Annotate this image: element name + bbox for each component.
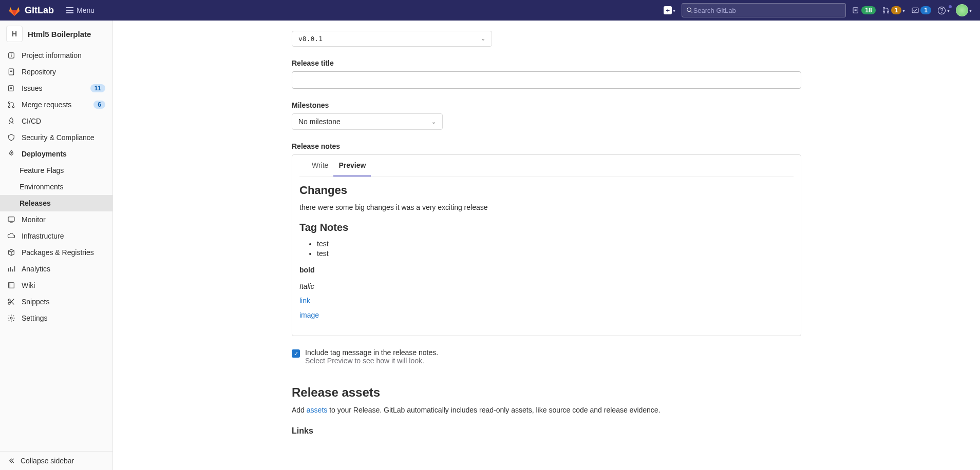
sidebar-label: Infrastructure [22, 232, 64, 240]
milestones-label: Milestones [292, 101, 801, 109]
sidebar-item-packages[interactable]: Packages & Registries [0, 244, 112, 261]
preview-changes-text: there were some big changes it was a ver… [299, 203, 794, 211]
repo-icon [7, 68, 15, 76]
tag-value: v8.0.1 [298, 35, 323, 43]
sidebar-label: Issues [22, 84, 42, 92]
todo-icon [911, 6, 919, 14]
chevron-left-icon [7, 457, 15, 465]
tab-write[interactable]: Write [307, 155, 333, 176]
milestones-dropdown[interactable]: No milestone ⌄ [292, 113, 443, 130]
mr-badge: 1 [891, 6, 902, 14]
svg-point-22 [12, 106, 14, 107]
release-notes-label: Release notes [292, 142, 801, 150]
sidebar-item-wiki[interactable]: Wiki [0, 277, 112, 293]
search-box[interactable] [682, 3, 846, 17]
collapse-sidebar-button[interactable]: Collapse sidebar [0, 452, 112, 470]
preview-link[interactable]: link [299, 297, 794, 305]
chevron-down-icon: ⌄ [431, 119, 436, 125]
todo-badge: 1 [920, 6, 931, 14]
sidebar-label: Feature Flags [20, 166, 64, 174]
nav-merge-requests[interactable]: 1 ▾ [882, 6, 906, 14]
menu-button[interactable]: Menu [66, 6, 95, 14]
sidebar-label: Releases [20, 199, 51, 207]
svg-point-31 [8, 299, 10, 301]
svg-rect-2 [853, 8, 858, 13]
create-new-button[interactable]: + ▾ [664, 6, 675, 14]
svg-line-1 [691, 11, 692, 13]
preview-italic: Italic [299, 282, 794, 290]
sidebar-item-issues[interactable]: Issues 11 [0, 80, 112, 96]
preview-content: Changes there were some big changes it w… [292, 177, 801, 336]
project-name: Html5 Boilerplate [28, 30, 91, 38]
milestones-value: No milestone [298, 118, 341, 126]
chart-icon [7, 265, 15, 273]
nav-todos[interactable]: 1 [911, 6, 931, 14]
svg-point-10 [941, 12, 942, 13]
preview-bold: bold [299, 266, 794, 274]
issues-icon [852, 6, 860, 14]
sidebar-item-environments[interactable]: Environments [0, 179, 112, 195]
project-avatar: H [6, 26, 23, 42]
svg-point-5 [883, 7, 884, 9]
nav-issues[interactable]: 18 [852, 6, 875, 14]
preview-list-item: test [317, 240, 794, 248]
search-input[interactable] [693, 7, 842, 14]
svg-point-21 [8, 106, 10, 107]
assets-link[interactable]: assets [307, 406, 327, 414]
sidebar-label: Wiki [22, 281, 35, 289]
links-heading: Links [292, 426, 801, 436]
sidebar-item-monitor[interactable]: Monitor [0, 211, 112, 228]
sidebar-item-infrastructure[interactable]: Infrastructure [0, 228, 112, 244]
svg-point-7 [887, 11, 889, 13]
sidebar-label: CI/CD [22, 117, 41, 125]
release-notes-editor: Write Preview Changes there were some bi… [292, 154, 801, 336]
sidebar: H Html5 Boilerplate Project information … [0, 21, 113, 470]
checkbox-help: Select Preview to see how it will look. [305, 357, 438, 365]
sidebar-label: Environments [20, 183, 64, 191]
nav-help[interactable]: ▾ [937, 6, 950, 15]
svg-point-23 [11, 152, 12, 153]
sidebar-item-repository[interactable]: Repository [0, 64, 112, 80]
svg-rect-14 [9, 69, 13, 75]
sidebar-label: Monitor [22, 216, 46, 224]
gitlab-logo-icon [8, 4, 21, 16]
search-icon [686, 7, 693, 14]
chevron-down-icon: ▾ [947, 8, 950, 13]
svg-point-20 [8, 102, 10, 103]
merge-icon [882, 6, 890, 14]
mr-count-badge: 6 [93, 101, 105, 109]
book-icon [7, 281, 15, 289]
monitor-icon [7, 216, 15, 224]
release-title-input[interactable] [292, 71, 801, 89]
sidebar-label: Snippets [22, 298, 49, 306]
gear-icon [7, 314, 15, 322]
sidebar-label: Settings [22, 314, 48, 322]
sidebar-label: Analytics [22, 265, 50, 273]
sidebar-item-cicd[interactable]: CI/CD [0, 113, 112, 129]
sidebar-item-deployments[interactable]: Deployments [0, 146, 112, 162]
preview-heading-tagnotes: Tag Notes [299, 222, 794, 233]
sidebar-item-merge-requests[interactable]: Merge requests 6 [0, 96, 112, 113]
preview-image-link[interactable]: image [299, 311, 794, 319]
sidebar-item-analytics[interactable]: Analytics [0, 261, 112, 277]
plus-icon: + [664, 6, 672, 14]
preview-heading-changes: Changes [299, 184, 794, 197]
sidebar-label: Merge requests [22, 101, 71, 109]
svg-point-32 [8, 302, 10, 304]
sidebar-label: Deployments [22, 150, 67, 158]
svg-rect-17 [9, 86, 13, 91]
info-icon [7, 51, 15, 60]
sidebar-item-releases[interactable]: Releases [0, 195, 112, 211]
nav-user-menu[interactable]: ▾ [956, 4, 972, 16]
project-header[interactable]: H Html5 Boilerplate [0, 21, 112, 47]
sidebar-item-snippets[interactable]: Snippets [0, 293, 112, 310]
tag-dropdown[interactable]: v8.0.1 ⌄ [292, 31, 492, 47]
tab-preview[interactable]: Preview [333, 155, 371, 177]
sidebar-item-security[interactable]: Security & Compliance [0, 129, 112, 146]
sidebar-item-settings[interactable]: Settings [0, 310, 112, 326]
sidebar-item-project-information[interactable]: Project information [0, 47, 112, 64]
sidebar-item-feature-flags[interactable]: Feature Flags [0, 162, 112, 179]
main-content: v8.0.1 ⌄ Release title Milestones No mil… [113, 21, 980, 470]
include-tag-checkbox[interactable]: ✓ [292, 349, 300, 358]
top-navbar: GitLab Menu + ▾ 18 1 ▾ 1 ▾ [0, 0, 980, 21]
